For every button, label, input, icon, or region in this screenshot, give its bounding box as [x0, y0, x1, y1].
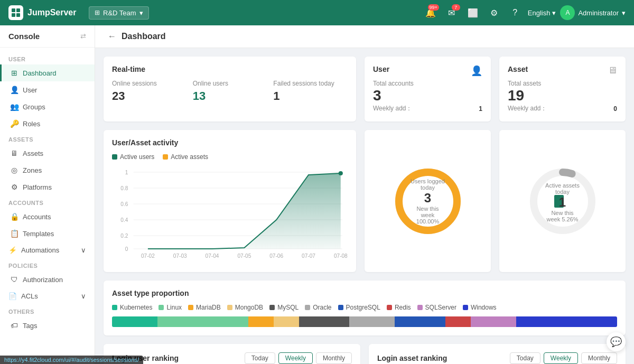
sidebar-item-templates[interactable]: 📋 Templates: [0, 225, 95, 242]
username: Administrator: [578, 9, 619, 17]
sidebar-item-user[interactable]: 👤 User: [0, 81, 95, 98]
failed-sessions-label: Failed sessions today: [273, 80, 348, 87]
user-card-title: User: [373, 65, 389, 73]
bar-segment: [395, 316, 445, 327]
mail-btn[interactable]: ✉ 7: [443, 4, 460, 21]
proportion-legend-item: Redis: [387, 304, 411, 311]
sidebar-header: Console ⇄: [0, 25, 95, 48]
sidebar-item-assets[interactable]: 🖥 Assets: [0, 145, 95, 162]
bar-segment: [445, 316, 471, 327]
acls-arrow-icon: ∨: [81, 292, 86, 300]
sidebar-item-automations[interactable]: ⚡ Automations ∨: [0, 242, 95, 258]
proportion-dot: [112, 305, 117, 310]
failed-sessions-stat: Failed sessions today 1: [273, 80, 348, 103]
user-weekly-label: Weekly add：: [373, 104, 412, 113]
settings-btn[interactable]: ⚙: [486, 4, 502, 21]
proportion-type-name: Linux: [166, 304, 182, 311]
bar-segment: [471, 316, 516, 327]
tags-icon: 🏷: [10, 321, 18, 330]
users-donut-wrapper: Users logged today 3 New this week 100.0…: [391, 164, 465, 238]
login-asset-ranking-card: Login asset ranking Today Weekly Monthly: [369, 344, 626, 364]
login-asset-tab-monthly[interactable]: Monthly: [581, 352, 617, 364]
login-user-tab-today[interactable]: Today: [245, 352, 275, 364]
lang-selector[interactable]: English ▾: [528, 9, 556, 17]
terminal-btn[interactable]: ⬜: [464, 4, 481, 21]
users-logged-card: Users logged today 3 New this week 100.0…: [365, 130, 491, 272]
sidebar-item-tags[interactable]: 🏷 Tags: [0, 317, 95, 334]
sidebar-item-dashboard[interactable]: ⊞ Dashboard: [0, 64, 95, 81]
user-icon: 👤: [10, 86, 18, 94]
notifications-badge: 99+: [428, 4, 439, 11]
realtime-title: Real-time: [112, 65, 348, 73]
login-asset-tab-weekly[interactable]: Weekly: [544, 352, 578, 364]
user-weekly-value: 1: [479, 105, 482, 113]
login-user-tab-monthly[interactable]: Monthly: [316, 352, 352, 364]
realtime-grid: Online sessions 23 Online users 13 Faile…: [112, 80, 348, 103]
sidebar-item-acls[interactable]: 📄 ACLs ∨: [0, 288, 95, 304]
sidebar-item-roles[interactable]: 🔑 Roles: [0, 115, 95, 132]
online-users-stat: Online users 13: [193, 80, 267, 103]
sidebar-item-accounts[interactable]: 🔒 Accounts: [0, 208, 95, 225]
assets-label: Assets: [23, 150, 43, 157]
login-asset-tab-today[interactable]: Today: [510, 352, 540, 364]
sidebar-item-authorization[interactable]: 🛡 Authorization: [0, 271, 95, 288]
sidebar-item-platforms[interactable]: ⚙ Platforms: [0, 179, 95, 195]
accounts-label: Accounts: [23, 213, 51, 221]
sidebar-item-groups[interactable]: 👥 Groups: [0, 98, 95, 115]
proportion-bar: [112, 316, 617, 327]
login-user-tab-weekly[interactable]: Weekly: [278, 352, 313, 364]
assets-donut-center: Active assets today 1 New this week 5.26…: [544, 182, 581, 222]
page-header: ← Dashboard: [95, 25, 634, 48]
asset-weekly-row: Weekly add： 0: [508, 104, 617, 113]
total-assets-value: 19: [508, 87, 617, 104]
total-assets-label: Total assets: [508, 80, 617, 87]
proportion-legend-item: Oracle: [305, 304, 331, 311]
proportion-dot: [227, 305, 232, 310]
notifications-btn[interactable]: 🔔 99+: [422, 4, 439, 21]
proportion-type-name: Redis: [395, 304, 411, 311]
middle-section: User/Asset activity Active users Active …: [104, 130, 626, 272]
zones-icon: ◎: [10, 166, 18, 174]
svg-text:0.8: 0.8: [120, 185, 128, 191]
section-assets: ASSETS: [0, 132, 95, 145]
content-area: Real-time Online sessions 23 Online user…: [95, 48, 634, 364]
svg-text:0.2: 0.2: [120, 233, 128, 239]
svg-text:1: 1: [125, 170, 128, 175]
sidebar-toggle-icon[interactable]: ⇄: [80, 32, 86, 40]
help-btn[interactable]: ?: [507, 4, 524, 21]
team-selector[interactable]: ⊞ R&D Team ▾: [89, 6, 149, 20]
sidebar-nav: USER ⊞ Dashboard 👤 User 👥 Groups 🔑 Roles…: [0, 48, 95, 338]
sidebar-item-zones[interactable]: ◎ Zones: [0, 162, 95, 179]
svg-rect-1: [16, 8, 20, 12]
bar-segment: [349, 316, 395, 327]
automations-label: Automations: [21, 246, 59, 254]
svg-text:0.6: 0.6: [120, 201, 128, 207]
templates-label: Templates: [23, 230, 54, 238]
online-sessions-label: Online sessions: [112, 80, 187, 87]
back-button[interactable]: ←: [108, 32, 116, 41]
lang-label: English: [528, 9, 551, 17]
bar-segment: [516, 316, 617, 327]
active-assets-value: 1: [544, 195, 581, 210]
svg-text:0: 0: [125, 246, 128, 252]
asset-card-icon: 🖥: [608, 65, 617, 76]
active-assets-sub: New this week 5.26%: [544, 210, 581, 222]
svg-point-23: [339, 171, 343, 175]
activity-svg-chart: 1 0.8 0.6 0.4 0.2 0: [112, 167, 348, 262]
chat-button[interactable]: 💬: [607, 332, 626, 351]
logo: JumpServer: [8, 5, 82, 20]
svg-text:0.4: 0.4: [120, 217, 128, 223]
user-menu-btn[interactable]: A Administrator ▾: [560, 5, 626, 20]
active-assets-card: Active assets today 1 New this week 5.26…: [499, 130, 626, 272]
proportion-dot: [188, 305, 193, 310]
mail-badge: 7: [452, 4, 460, 11]
legend-active-users: Active users: [112, 153, 154, 161]
failed-sessions-value: 1: [273, 89, 348, 103]
activity-chart-card: User/Asset activity Active users Active …: [104, 130, 356, 272]
proportion-dot: [158, 305, 164, 310]
section-accounts: ACCOUNTS: [0, 195, 95, 208]
url-bar: https://y4.fit2cloud.com/ui/#/audit/sess…: [0, 356, 143, 364]
proportion-type-name: Kubernetes: [120, 304, 152, 311]
platforms-icon: ⚙: [10, 183, 18, 191]
sidebar: Console ⇄ USER ⊞ Dashboard 👤 User 👥 Grou…: [0, 25, 95, 364]
